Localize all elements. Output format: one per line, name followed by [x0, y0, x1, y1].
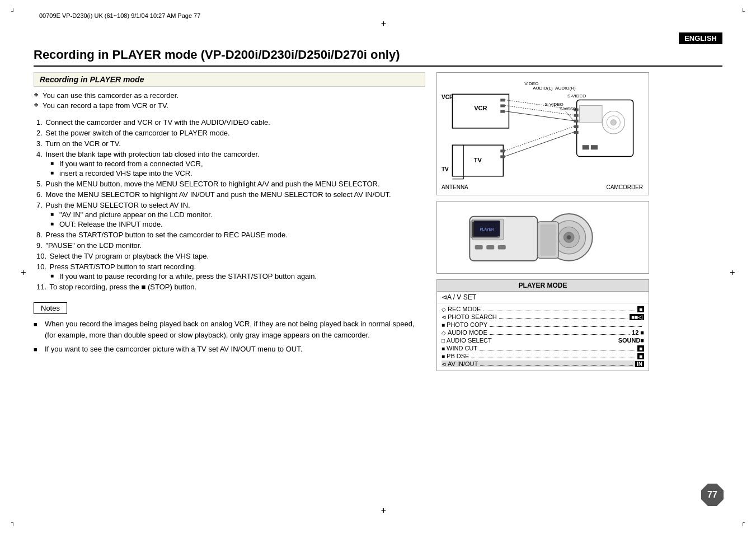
- tv-label: TV: [442, 166, 449, 172]
- menu-item-label: ■ WIND CUT: [442, 345, 477, 352]
- list-item: When you record the images being played …: [34, 318, 425, 340]
- menu-icon: ◇: [442, 306, 446, 312]
- menu-items: ◇ REC MODE ■ ⊲ PHOTO SEARCH ■■◁: [437, 303, 649, 371]
- svg-rect-13: [500, 155, 505, 158]
- camcorder-photo: PLAYER: [436, 201, 649, 274]
- menu-icon: ⊲: [442, 361, 446, 367]
- english-badge: ENGLISH: [679, 32, 722, 44]
- menu-item-label: ◇ REC MODE: [442, 306, 481, 312]
- menu-icon: □: [442, 338, 445, 344]
- menu-item-dots: [490, 322, 642, 327]
- menu-item-value: ■: [637, 353, 644, 359]
- svg-rect-17: [580, 106, 602, 123]
- menu-item-dots: [480, 346, 635, 350]
- steps-list: 1. Connect the camcorder and VCR or TV w…: [34, 118, 425, 291]
- menu-item-value: IN: [635, 361, 644, 367]
- intro-bullets: You can use this camcorder as a recorder…: [34, 91, 425, 110]
- list-item: OUT: Release the INPUT mode.: [50, 220, 425, 228]
- menu-icon: ■: [442, 322, 445, 328]
- list-item: 11. To stop recording, press the ■ (STOP…: [34, 283, 425, 291]
- page-number-badge: 77: [701, 484, 724, 506]
- main-title: Recording in PLAYER mode (VP-D200i/D230i…: [34, 48, 722, 67]
- menu-item: □ AUDIO SELECT SOUND■: [442, 337, 644, 344]
- svg-point-41: [567, 235, 571, 239]
- menu-item: ⊲ PHOTO SEARCH ■■◁: [442, 313, 644, 320]
- player-mode-subheader: ⊲A / V SET: [437, 292, 649, 303]
- list-item: 10. Select the TV program or playback th…: [34, 252, 425, 260]
- list-item: insert a recorded VHS tape into the VCR.: [50, 169, 425, 177]
- list-item: 5. Push the MENU button, move the MENU S…: [34, 180, 425, 188]
- menu-item-text: AUDIO SELECT: [447, 337, 492, 344]
- menu-item: ■ PHOTO COPY: [442, 321, 644, 328]
- connection-diagram: VCR TV ANTENNA CAMCORDER VIDEO AUDIO(L) …: [436, 72, 649, 195]
- list-item: 3. Turn on the VCR or TV.: [34, 139, 425, 148]
- menu-item-label: ⊲ AV IN/OUT: [442, 360, 478, 367]
- svg-text:S-VIDEO: S-VIDEO: [560, 107, 576, 111]
- menu-item-value: ■■◁: [630, 314, 644, 320]
- menu-item-label: ⊲ PHOTO SEARCH: [442, 313, 497, 320]
- list-item: If you want to pause recording for a whi…: [50, 272, 425, 280]
- section-header: Recording in PLAYER mode: [34, 72, 425, 87]
- menu-item-label: ■ PB DSE: [442, 353, 469, 359]
- svg-rect-48: [540, 224, 556, 256]
- list-item: 4. Insert the blank tape with protection…: [34, 150, 425, 177]
- svg-rect-46: [498, 245, 506, 249]
- menu-item-text: REC MODE: [448, 306, 481, 312]
- menu-item: ■ PB DSE ■: [442, 353, 644, 359]
- list-item: 7. Push the MENU SELECTOR to select AV I…: [34, 201, 425, 228]
- svg-line-31: [505, 127, 574, 151]
- menu-item-av-inout: ⊲ AV IN/OUT IN: [442, 360, 644, 367]
- corner-mark-bl: ┐: [11, 519, 15, 526]
- list-item: 6. Move the MENU SELECTOR to highlight A…: [34, 190, 425, 199]
- svg-text:TV: TV: [474, 157, 482, 163]
- menu-item-value: ■: [637, 345, 644, 352]
- svg-rect-12: [500, 149, 505, 152]
- svg-rect-25: [574, 120, 579, 123]
- svg-rect-24: [574, 114, 579, 117]
- menu-item-text: PHOTO COPY: [447, 321, 487, 328]
- svg-rect-45: [486, 245, 494, 249]
- notes-list: When you record the images being played …: [34, 318, 425, 355]
- sub-list: If you want to record from a connected V…: [50, 160, 425, 177]
- player-mode-header: PLAYER MODE: [437, 280, 649, 292]
- svg-text:VCR: VCR: [474, 105, 487, 111]
- list-item: 8. Press the START/STOP button to set th…: [34, 231, 425, 239]
- menu-item: ◇ REC MODE ■: [442, 306, 644, 312]
- menu-item: ■ WIND CUT ■: [442, 345, 644, 352]
- menu-item-text: PHOTO SEARCH: [448, 313, 497, 320]
- menu-item-label: ◇ AUDIO MODE: [442, 329, 487, 336]
- right-column: VCR TV ANTENNA CAMCORDER VIDEO AUDIO(L) …: [436, 72, 649, 371]
- list-item: If you want to see the camcorder picture…: [34, 344, 425, 355]
- svg-rect-44: [475, 245, 483, 249]
- menu-item-label: □ AUDIO SELECT: [442, 337, 492, 344]
- crosshair-right: [727, 267, 738, 278]
- left-column: Recording in PLAYER mode You can use thi…: [34, 72, 425, 371]
- svg-rect-21: [583, 145, 589, 149]
- notes-label: Notes: [34, 302, 67, 314]
- svg-line-33: [565, 111, 574, 121]
- menu-item-value: ■: [637, 306, 644, 312]
- antenna-label: ANTENNA: [442, 184, 468, 190]
- camcorder-photo-svg: PLAYER: [442, 206, 644, 269]
- menu-item-value: 12 ■: [632, 329, 644, 336]
- menu-item-dots: [483, 307, 635, 311]
- svg-rect-22: [591, 145, 598, 149]
- svg-line-30: [505, 111, 574, 121]
- diagram-svg: VIDEO AUDIO(L) AUDIO(R) S-VIDEO S-VIDEO …: [442, 77, 644, 190]
- menu-icon: ■: [442, 345, 445, 352]
- crosshair-left: [18, 267, 29, 278]
- menu-item-label: ■ PHOTO COPY: [442, 321, 487, 328]
- menu-icon: ◇: [442, 330, 446, 336]
- sub-list: If you want to pause recording for a whi…: [50, 272, 425, 280]
- svg-text:AUDIO(R): AUDIO(R): [555, 86, 576, 91]
- menu-item-text: AV IN/OUT: [448, 360, 478, 367]
- menu-item-dots: [499, 315, 627, 319]
- file-info: 00709E VP-D230(i) UK (61~108) 9/1/04 10:…: [39, 12, 200, 19]
- menu-item-dots: [490, 330, 630, 335]
- svg-rect-27: [574, 131, 579, 134]
- svg-point-20: [611, 120, 616, 125]
- list-item: 9. "PAUSE" on the LCD monitor.: [34, 241, 425, 250]
- page-container: ┘ └ ┐ ┌ 00709E VP-D230(i) UK (61~108) 9/…: [0, 0, 756, 534]
- menu-item-dots: [471, 354, 635, 358]
- svg-rect-9: [500, 110, 505, 113]
